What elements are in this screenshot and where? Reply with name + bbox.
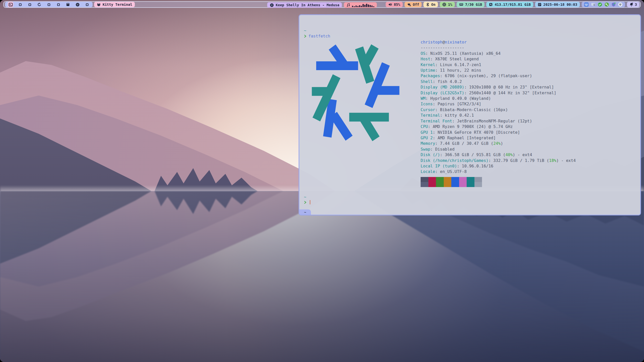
prompt-chevron-icon (304, 200, 306, 204)
nixos-logo (310, 40, 411, 145)
palette-swatch (444, 177, 452, 182)
fetch-line: Terminal: kitty 0.42.1 (421, 113, 576, 118)
fetch-line: Display (MD 20889): 1920x1080 @ 60 Hz in… (421, 84, 576, 90)
volume-value: 85% (394, 3, 400, 7)
visualizer-bar (359, 5, 360, 7)
disk-widget[interactable]: 413.17/915.81 GiB (486, 2, 533, 7)
fetch-line: christoph@nixinator (421, 39, 576, 45)
workspace-button-8-spotify-icon[interactable] (75, 2, 80, 7)
visualizer-bar (354, 6, 355, 7)
cat-icon (97, 3, 101, 7)
palette-swatch (444, 182, 452, 187)
clock-widget[interactable]: 2025-06-18 00:03 (535, 2, 580, 7)
fetch-line: Host: X670E Steel Legend (421, 56, 576, 62)
workspace-button-5-empty-icon[interactable] (46, 2, 52, 7)
palette-swatch (467, 177, 474, 182)
network-value: Off (413, 3, 419, 7)
palette-swatch (459, 182, 467, 187)
key-icon[interactable] (605, 2, 609, 7)
visualizer-bar (373, 6, 374, 7)
fetch-line: Display (LC32G5xT): 644x362 @ 144 Hz i… (421, 90, 576, 96)
music-note-icon (346, 3, 350, 7)
fetch-line: Local IP (tun0): 10.96.0.16/16 (421, 163, 576, 169)
prompt-line-2[interactable] (304, 200, 310, 204)
palette-swatch (428, 177, 436, 182)
prompt-line: fastfetch (304, 34, 330, 38)
fetch-line: Disk (/): 366.58 GiB / 915.81 GiB (40%) … (421, 152, 576, 158)
disk-icon (489, 3, 493, 7)
fetch-line: Terminal Font: JetBrainsMonoNFM-Regular … (421, 118, 576, 124)
workspace-button-1-terminal-icon[interactable] (8, 2, 13, 7)
bar-right: 85%OffOn1%7/30 GiB413.17/915.81 GiB2025-… (386, 2, 639, 7)
visualizer-bar (364, 5, 366, 7)
bell-icon (629, 3, 633, 7)
keyboard-icon[interactable] (584, 2, 589, 7)
fetch-line: WM: Hyprland 0.49.0 (Wayland) (421, 96, 576, 101)
network-widget[interactable]: Off (405, 2, 422, 7)
media-track: Keep Shelly In Athens - Medusa (276, 3, 339, 7)
disk-value: 413.17/915.81 GiB (495, 3, 531, 7)
visualizer-bar (370, 5, 371, 7)
workspace-button-9-empty-icon[interactable] (84, 2, 90, 7)
visualizer-bar (366, 4, 367, 7)
visualizer-bar (371, 6, 373, 7)
terminal-tab[interactable]: ~ (299, 209, 311, 215)
palette-swatch (428, 182, 436, 187)
workspace-button-4-browser-icon[interactable] (36, 2, 42, 7)
visualizer-bar (368, 5, 369, 7)
check-icon[interactable] (598, 2, 602, 7)
speaker-icon (388, 3, 392, 7)
screenlock-icon[interactable] (591, 2, 595, 7)
palette-swatch (451, 182, 459, 187)
palette-swatch (451, 177, 459, 182)
palette-swatch (436, 177, 444, 182)
top-bar: Kitty Terminal Keep Shelly In Athens - M… (3, 1, 641, 8)
window-title-pill[interactable]: Kitty Terminal (94, 2, 135, 7)
memory-value: 7/30 GiB (465, 3, 482, 7)
fetch-line: Cursor: Bibata-Modern-Classic (16px) (421, 107, 576, 113)
workspace-button-6-empty-icon[interactable] (56, 2, 61, 7)
memory-widget[interactable]: 7/30 GiB (457, 2, 485, 7)
visualizer-bar (357, 6, 358, 7)
volume-widget[interactable]: 85% (386, 2, 403, 7)
fetch-line: ------------------ (421, 45, 576, 51)
media-pill[interactable]: Keep Shelly In Athens - Medusa (267, 2, 342, 8)
ram-icon (459, 3, 463, 7)
prompt-path: ~ (304, 28, 306, 33)
command-text: fastfetch (308, 34, 330, 38)
cpu-widget[interactable]: 1% (440, 2, 455, 7)
palette-swatch (459, 177, 467, 182)
workspace-button-3-empty-icon[interactable] (27, 2, 32, 7)
water-tint (0, 191, 644, 362)
clock-value: 2025-06-18 00:03 (543, 3, 577, 7)
fetch-line: Packages: 6706 (nix-system), 29 (flatpak… (421, 73, 576, 79)
color-palette (421, 177, 482, 187)
visualizer-bar (363, 4, 364, 7)
visualizer-bar (352, 6, 353, 7)
fetch-line: Swap: Disabled (421, 147, 576, 152)
cpu-icon (442, 3, 446, 7)
window-title: Kitty Terminal (103, 3, 132, 7)
vpn-icon[interactable] (611, 2, 616, 7)
fastfetch-output: christoph@nixinator------------------OS:… (421, 39, 576, 175)
visualizer-bar (361, 6, 362, 7)
notifications-pill[interactable]: 3 (627, 2, 639, 7)
palette-swatch (436, 182, 444, 187)
spotify-icon (270, 3, 274, 7)
spotify-tray-icon[interactable] (618, 2, 623, 7)
palette-swatch (474, 182, 482, 187)
fetch-line: Shell: fish 4.0.2 (421, 79, 576, 84)
bar-center: Keep Shelly In Athens - Medusa (267, 2, 377, 8)
fetch-line: OS: NixOS 25.11 (Xantusia) x86_64 (421, 51, 576, 56)
lake-reflection (0, 191, 644, 362)
palette-swatch (474, 177, 482, 182)
fetch-line: Uptime: 11 hours, 22 mins (421, 68, 576, 73)
prompt-path-2: ~ (304, 195, 306, 199)
bluetooth-widget[interactable]: On (423, 2, 438, 7)
audio-visualizer-bars (352, 3, 374, 7)
terminal-window[interactable]: ~ fastfetch christoph@nixinator---------… (299, 14, 641, 215)
bluetooth-icon (426, 3, 429, 7)
wifioff-icon (407, 3, 411, 7)
workspace-button-2-empty-icon[interactable] (17, 2, 23, 7)
workspace-button-7-files-icon[interactable] (65, 2, 71, 7)
